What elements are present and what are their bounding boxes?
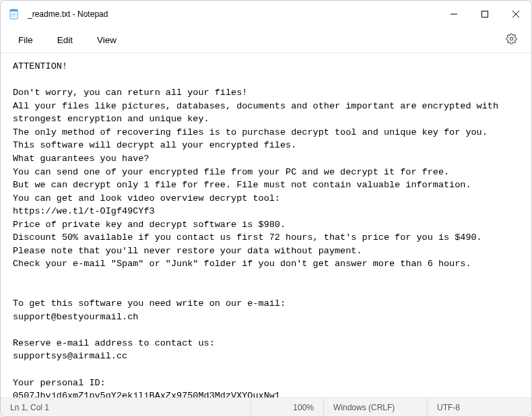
minimize-button[interactable] [438, 1, 469, 28]
window-controls [438, 1, 531, 28]
window-title: _readme.txt - Notepad [28, 9, 438, 19]
menu-edit[interactable]: Edit [45, 31, 85, 49]
notepad-window: _readme.txt - Notepad File Edit View [0, 0, 532, 417]
menu-file[interactable]: File [6, 31, 45, 49]
status-cursor-position: Ln 1, Col 1 [1, 398, 251, 416]
close-button[interactable] [500, 1, 531, 28]
statusbar: Ln 1, Col 1 100% Windows (CRLF) UTF-8 [1, 397, 531, 416]
menu-view[interactable]: View [85, 31, 129, 49]
status-encoding: UTF-8 [428, 398, 531, 416]
svg-rect-1 [10, 9, 18, 11]
maximize-button[interactable] [469, 1, 500, 28]
status-line-ending: Windows (CRLF) [324, 398, 428, 416]
titlebar: _readme.txt - Notepad [1, 1, 531, 28]
svg-point-9 [510, 37, 512, 40]
gear-icon [506, 33, 517, 47]
menubar: File Edit View [1, 28, 531, 53]
settings-button[interactable] [500, 30, 522, 51]
svg-rect-6 [482, 11, 488, 18]
status-zoom[interactable]: 100% [251, 398, 324, 416]
text-editor[interactable]: ATTENTION! Don't worry, you can return a… [1, 53, 531, 397]
notepad-icon [9, 9, 20, 20]
